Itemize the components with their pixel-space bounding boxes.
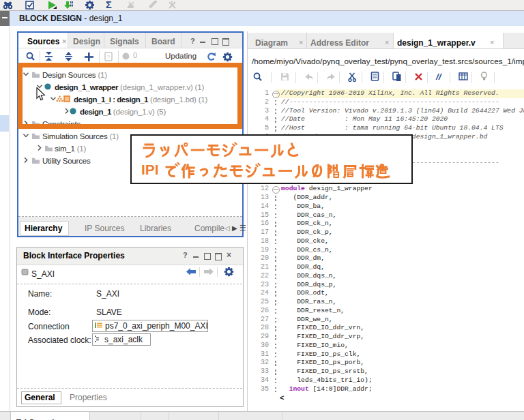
svg-text:IPI: IPI bbox=[141, 162, 159, 177]
svg-text:?: ? bbox=[107, 54, 111, 60]
